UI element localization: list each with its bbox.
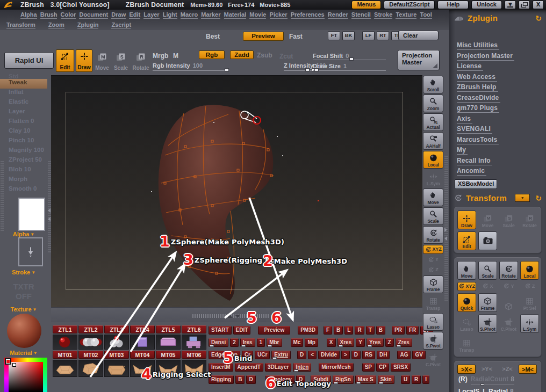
thumbnail-zsphere-cluster[interactable] [104,335,129,350]
thumbnail-pink-structure[interactable] [182,335,206,350]
shelf-button-3dlayer[interactable]: 3DLayer [265,363,291,372]
shelf-button-u[interactable]: U [401,375,410,384]
shelf-button-pm3d[interactable]: PM3D [298,326,318,335]
reload-icon[interactable]: ↻ [535,194,542,202]
shelf-button-mbr[interactable]: Mbr [267,338,282,347]
axis-button-x[interactable]: >X< [457,365,476,374]
shelf-button-densi[interactable]: Densi [209,338,228,347]
zcut-button[interactable]: Zcut [279,53,293,60]
render-preview-button[interactable]: Preview [243,32,284,41]
transform-color-swatch[interactable]: ▼ [515,194,530,202]
shelf-button-sp[interactable]: SP [362,363,375,372]
shelf-button-appendt[interactable]: AppendT [235,363,263,372]
menu-stroke[interactable]: Stroke [374,11,392,19]
scroll-up-arrow[interactable] [227,315,233,318]
transform-button-transp[interactable]: Transp [457,335,476,354]
draw-button[interactable]: Draw [76,49,92,72]
restore-button[interactable] [519,1,530,9]
menu-zplugin[interactable]: Zplugin [77,21,99,29]
shelf-button-1[interactable]: 1 [257,338,265,347]
divider-arrow-left[interactable] [48,208,51,213]
shelf-button-edit[interactable]: EDIT [233,326,251,335]
strip-button-y[interactable]: Y [423,255,443,264]
material-sphere-thumbnail[interactable] [7,314,41,348]
shelf-button-d[interactable]: D [297,351,306,359]
transform-button-frame[interactable]: Frame [478,293,497,312]
zsub-button[interactable]: Zsub [257,52,272,59]
shelf-button-r[interactable]: R [355,326,364,335]
shelf-tab-mt05[interactable]: MT05 [156,351,181,359]
brush-blob-10[interactable]: Blob 10 [0,166,47,176]
shelf-button-rigging[interactable]: Rigging [209,375,234,384]
mrgb-button[interactable]: Mrgb [153,52,168,60]
zplugin-link-misc-utilities[interactable]: Misc Utilities [457,42,499,50]
render-fast-button[interactable]: Fast [289,33,303,40]
transform-button-x[interactable]: X [478,282,497,291]
zplugin-link-axis[interactable]: Axis [457,115,472,124]
zplugin-header[interactable]: Zplugin ↻ [449,10,546,26]
shelf-button-extru[interactable]: Extru [271,351,291,359]
shelf-button-d[interactable]: D [296,375,305,384]
shelf-button-skin[interactable]: Skin [378,375,394,384]
scale-button[interactable]: S Scale [112,50,130,72]
transform-button-scale[interactable]: Scale [478,261,497,280]
thumbnail-tan-mesh-d[interactable] [130,360,155,377]
shelf-button-r[interactable]: R [412,375,421,384]
shelf-button-mirrormesh[interactable]: MirrorMesh [319,363,353,372]
thumbnail-tan-mesh-c[interactable] [104,360,129,377]
rgb-intensity-slider[interactable]: Rgb Intensity100 [153,62,203,69]
shelf-button-cr[interactable]: Cr [242,351,253,359]
transform-button-draw[interactable]: Draw [457,210,476,229]
hue-strip-top[interactable] [9,358,43,362]
strip-button-lasso[interactable]: Lasso [423,313,443,331]
shelf-button-pr[interactable]: PR [392,326,405,335]
transform-button-l-sym[interactable]: L.Sym [520,314,539,333]
shelf-tab-mt06[interactable]: MT06 [182,351,206,359]
shelf-button-d[interactable]: D [351,351,361,359]
menu-stencil[interactable]: Stencil [351,11,371,19]
shelf-button-item[interactable]: > [341,351,350,359]
strip-button-c-pivot[interactable]: C.Pivot [423,351,443,368]
transform-button-c-pivot[interactable]: C.Pivot [499,314,518,333]
menu-draw[interactable]: Draw [111,11,126,19]
transform-header[interactable]: Transform ▼ ↻ [449,189,546,205]
brush-magnify-100[interactable]: Magnify 100 [0,147,47,156]
shelf-button-fr[interactable]: FR [406,326,419,335]
strip-button-xyz[interactable]: XYZ [423,245,443,254]
stroke-thumbnail[interactable] [18,237,43,266]
brush-elastic[interactable]: Elastic [0,98,47,108]
axis-button-m[interactable]: >M< [519,365,537,374]
transform-button-z[interactable]: Z [520,282,539,291]
axis-button-y[interactable]: >Y< [478,365,496,374]
shelf-tab-mt03[interactable]: MT03 [104,351,129,359]
locals-button[interactable]: LocalS [458,388,479,392]
shelf-button-inten[interactable]: Inten [293,363,311,372]
menu-tool[interactable]: Tool [420,11,432,19]
shelf-button-divide[interactable]: Divide [318,351,340,359]
transform-button-y[interactable]: Y [499,282,518,291]
default-zscript-button[interactable]: DefaultZScript [384,1,435,9]
menu-material[interactable]: Material [224,11,247,19]
brush-pinch-10[interactable]: Pinch 10 [0,137,47,147]
edge-scrollbar[interactable] [1,161,4,231]
menu-layer[interactable]: Layer [143,11,159,19]
shelf-button-ires[interactable]: Ires [240,338,255,347]
shelf-button-subdi[interactable]: Subdi [311,375,331,384]
zplugin-link-my[interactable]: My [457,147,468,155]
shelf-button-dh[interactable]: DH [377,351,390,359]
shelf-button-2[interactable]: 2 [230,338,239,347]
brush-tweak[interactable]: Tweak [0,79,47,89]
zplugin-link-gm770-plugs[interactable]: gm770 Plugs [457,105,499,113]
strip-button-s-pivot[interactable]: S.Pivot [423,332,443,350]
strip-button-aahalf[interactable]: AAHalf [423,132,443,150]
shelf-button-start[interactable]: START [209,326,232,335]
thumbnail-purple-cube[interactable] [130,335,155,350]
shelf-tab-ztl6[interactable]: ZTL6 [182,325,206,333]
menu-macro[interactable]: Macro [181,11,198,19]
divider-arrow-left-2[interactable] [48,217,51,221]
shelf-button-edgeloop[interactable]: EdgeLoop [209,351,240,359]
strip-button-scroll[interactable]: Scroll [423,76,443,93]
thumbnail-tan-mesh-a[interactable] [53,360,77,377]
strip-arrow-right[interactable] [444,228,447,232]
help-button[interactable]: Help [437,1,469,9]
